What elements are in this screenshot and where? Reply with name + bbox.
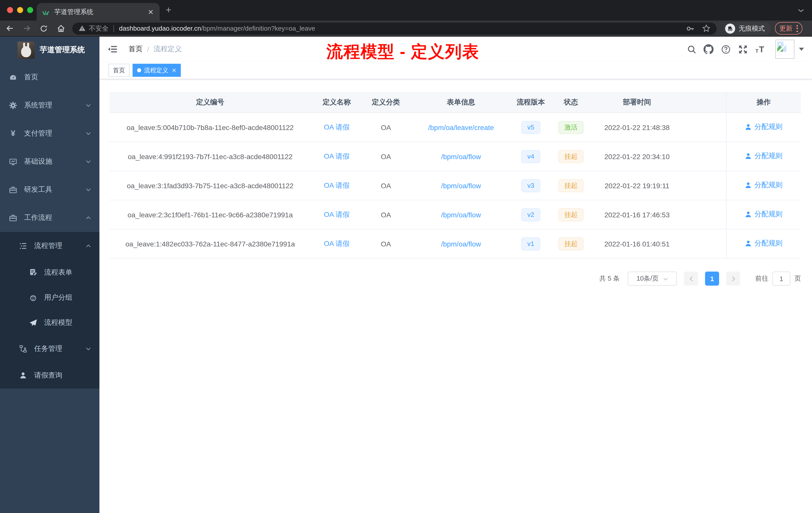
robot-face-icon: [29, 294, 37, 302]
sidebar-item-label: 系统管理: [24, 101, 52, 110]
new-tab-button[interactable]: +: [166, 4, 171, 16]
chevron-down-icon: [85, 187, 91, 193]
assign-rule-link[interactable]: 分配规则: [745, 122, 783, 131]
pagination: 共 5 条 10条/页 1 前往 页: [110, 272, 801, 285]
deploy-time: 2022-01-22 21:48:38: [593, 113, 681, 142]
sidebar-item-label: 任务管理: [34, 344, 62, 353]
forward-icon[interactable]: [19, 22, 34, 35]
window-minimize-icon[interactable]: [17, 7, 23, 13]
browser-menu-update-button[interactable]: 更新: [775, 22, 803, 35]
next-page-button[interactable]: [726, 272, 740, 285]
site-favicon-icon: [42, 8, 50, 16]
pagination-total: 共 5 条: [599, 274, 620, 283]
reload-icon[interactable]: [36, 22, 51, 35]
definition-name-link[interactable]: OA 请假: [324, 152, 350, 160]
fullscreen-icon[interactable]: [736, 43, 749, 56]
sidebar-item-workflow[interactable]: 工作流程: [0, 204, 99, 232]
col-status: 状态: [549, 92, 593, 113]
col-filler: [681, 92, 726, 113]
chevron-down-icon: [85, 159, 91, 164]
chevron-down-icon: [85, 130, 91, 137]
bookmark-star-icon[interactable]: [702, 24, 710, 33]
col-process-version: 流程版本: [513, 92, 549, 113]
font-size-icon[interactable]: TT: [753, 43, 766, 56]
tab-search-icon[interactable]: [797, 6, 805, 14]
password-key-icon[interactable]: [686, 24, 695, 33]
breadcrumb-separator: /: [147, 45, 149, 53]
definition-category: OA: [362, 113, 409, 142]
update-label[interactable]: 更新: [779, 24, 792, 33]
sidebar-item-user-group[interactable]: 用户分组: [0, 285, 99, 310]
browser-tab[interactable]: 芋道管理系统 ✕: [37, 3, 160, 21]
search-icon[interactable]: [685, 43, 698, 56]
sidebar-item-process-model[interactable]: 流程模型: [0, 310, 99, 335]
sidebar-item-infrastructure[interactable]: 基础设施: [0, 148, 99, 176]
incognito-badge: 无痕模式: [724, 22, 771, 35]
sidebar-item-home[interactable]: 首页: [0, 63, 99, 91]
chevron-down-icon: [663, 276, 668, 281]
avatar[interactable]: [775, 40, 794, 59]
form-info-link[interactable]: /bpm/oa/leave/create: [428, 123, 494, 131]
help-icon[interactable]: [719, 43, 732, 56]
definition-name-link[interactable]: OA 请假: [324, 210, 350, 218]
definition-name-link[interactable]: OA 请假: [324, 239, 350, 247]
page-size-select[interactable]: 10条/页: [628, 272, 677, 285]
deploy-time: 2022-01-22 20:34:10: [593, 142, 681, 171]
prev-page-button[interactable]: [684, 272, 698, 285]
version-badge: v3: [521, 179, 540, 192]
avatar-caret-icon[interactable]: [799, 48, 804, 51]
breadcrumb: 首页 / 流程定义: [128, 45, 182, 54]
sidebar-item-payment[interactable]: ¥ 支付管理: [0, 119, 99, 148]
definition-name-link[interactable]: OA 请假: [324, 181, 350, 189]
app-logo-avatar: [18, 41, 35, 58]
sidebar-item-label: 支付管理: [24, 129, 52, 138]
sidebar-item-dev-tools[interactable]: 研发工具: [0, 176, 99, 204]
tag-home[interactable]: 首页: [109, 64, 129, 77]
assign-rule-link[interactable]: 分配规则: [745, 210, 783, 219]
assign-rule-link[interactable]: 分配规则: [745, 181, 783, 190]
address-bar[interactable]: 不安全 dashboard.yudao.iocoder.cn/bpm/manag…: [72, 22, 717, 34]
back-icon[interactable]: [2, 22, 17, 35]
page-number-button[interactable]: 1: [705, 272, 719, 285]
tag-process-definition[interactable]: 流程定义 ✕: [133, 64, 181, 77]
table-row: oa_leave:3:1fad3d93-7b75-11ec-a3c8-acde4…: [110, 171, 801, 200]
form-info-link[interactable]: /bpm/oa/flow: [441, 240, 481, 248]
assign-rule-link[interactable]: 分配规则: [745, 239, 783, 248]
hamburger-icon[interactable]: [108, 44, 117, 54]
window-zoom-icon[interactable]: [27, 7, 33, 13]
tab-close-icon[interactable]: ✕: [147, 7, 155, 16]
tag-close-icon[interactable]: ✕: [172, 67, 176, 73]
filler-cell: [681, 171, 726, 200]
definition-name-link[interactable]: OA 请假: [324, 123, 350, 131]
sidebar-item-process-management[interactable]: 流程管理: [0, 232, 99, 260]
sidebar-item-label: 请假查询: [34, 371, 62, 380]
breadcrumb-current: 流程定义: [154, 45, 182, 54]
user-solid-icon: [745, 153, 752, 160]
form-info-link[interactable]: /bpm/oa/flow: [441, 152, 481, 160]
user-icon: [19, 371, 27, 379]
goto-page-input[interactable]: [772, 272, 790, 285]
vertical-ellipsis-icon[interactable]: [796, 25, 798, 32]
table-row: oa_leave:2:3c1f0ef1-76b1-11ec-9c66-a2380…: [110, 200, 801, 229]
home-icon[interactable]: [53, 22, 68, 35]
sidebar-item-label: 流程管理: [34, 241, 62, 250]
form-info-link[interactable]: /bpm/oa/flow: [441, 181, 481, 189]
sidebar-item-leave-query[interactable]: 请假查询: [0, 362, 99, 389]
url-divider: [114, 25, 114, 32]
not-secure-label[interactable]: 不安全: [89, 24, 109, 33]
assign-rule-link[interactable]: 分配规则: [745, 152, 783, 161]
filler-cell: [681, 200, 726, 229]
filler-cell: [681, 113, 726, 142]
user-solid-icon: [745, 182, 752, 189]
form-info-link[interactable]: /bpm/oa/flow: [441, 211, 481, 219]
breadcrumb-home-link[interactable]: 首页: [128, 45, 143, 54]
sidebar-item-process-form[interactable]: 流程表单: [0, 260, 99, 285]
definition-id: oa_leave:2:3c1f0ef1-76b1-11ec-9c66-a2380…: [110, 200, 311, 229]
definition-id: oa_leave:5:004b710b-7b8a-11ec-8ef0-acde4…: [110, 113, 311, 142]
col-definition-name: 定义名称: [311, 92, 362, 113]
window-close-icon[interactable]: [7, 7, 13, 13]
sidebar-item-task-management[interactable]: 任务管理: [0, 335, 99, 362]
col-deploy-time: 部署时间: [593, 92, 681, 113]
sidebar-item-system[interactable]: 系统管理: [0, 91, 99, 119]
github-icon[interactable]: [702, 43, 715, 56]
